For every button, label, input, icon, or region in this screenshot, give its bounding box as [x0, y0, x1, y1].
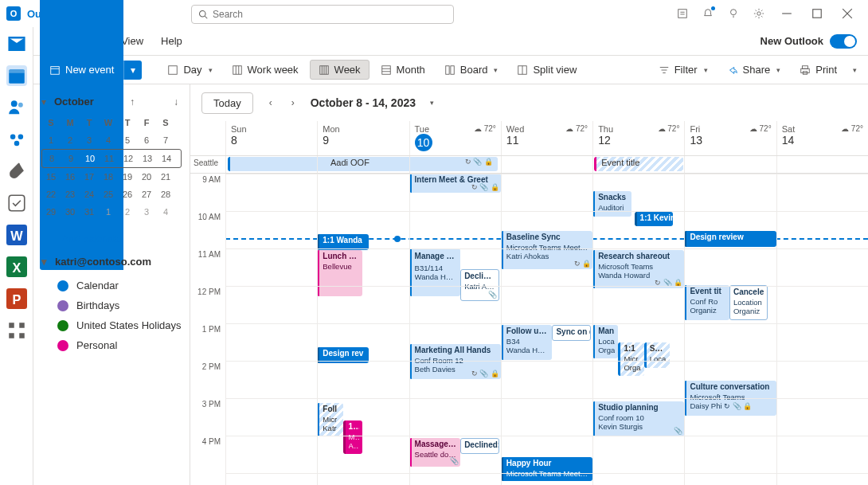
day-header[interactable]: Tue10☁ 72° — [409, 121, 501, 155]
rail-people-icon[interactable] — [6, 97, 27, 118]
minical-day[interactable]: 13 — [138, 150, 157, 167]
time-cell[interactable] — [592, 361, 684, 398]
allday-cell[interactable] — [684, 156, 776, 173]
share-button[interactable]: Share▾ — [719, 61, 789, 79]
minical-day[interactable]: 29 — [41, 203, 61, 221]
time-cell[interactable] — [776, 473, 868, 485]
search-input[interactable] — [213, 9, 447, 20]
time-cell[interactable] — [409, 473, 501, 485]
time-cell[interactable] — [501, 286, 592, 323]
calendar-item[interactable]: Birthdays — [41, 295, 182, 315]
time-cell[interactable] — [317, 361, 409, 398]
rail-excel-icon[interactable]: X — [6, 256, 27, 277]
minical-day[interactable]: 28 — [156, 186, 175, 203]
minical-day[interactable]: 4 — [99, 131, 118, 149]
time-cell[interactable] — [684, 248, 776, 286]
range-chevron-icon[interactable]: ▾ — [430, 99, 434, 107]
day-header[interactable]: Fri13☁ 72° — [684, 121, 776, 155]
time-cell[interactable] — [409, 398, 501, 436]
rail-calendar-icon[interactable] — [6, 65, 27, 86]
time-cell[interactable] — [684, 174, 776, 211]
time-cell[interactable] — [409, 286, 501, 323]
tips-icon[interactable] — [721, 2, 745, 25]
minical-next-icon[interactable]: ↓ — [170, 96, 182, 108]
time-cell[interactable] — [684, 286, 776, 323]
time-cell[interactable] — [592, 436, 684, 473]
minical-day[interactable]: 7 — [156, 131, 175, 149]
time-cell[interactable] — [776, 248, 868, 286]
minical-day[interactable]: 19 — [118, 168, 137, 186]
next-week-icon[interactable]: › — [288, 97, 298, 108]
toolbar-overflow-icon[interactable]: ▾ — [848, 63, 860, 77]
allday-cell[interactable] — [501, 156, 592, 173]
time-cell[interactable] — [225, 436, 317, 473]
time-cell[interactable] — [776, 398, 868, 436]
rail-word-icon[interactable]: W — [6, 225, 27, 245]
time-cell[interactable] — [776, 361, 868, 398]
rail-more-apps-icon[interactable] — [6, 320, 27, 341]
notes-icon[interactable] — [671, 2, 694, 25]
allday-cell[interactable] — [776, 156, 868, 173]
time-cell[interactable] — [409, 436, 501, 473]
time-cell[interactable] — [501, 211, 592, 248]
filter-button[interactable]: Filter▾ — [651, 61, 716, 79]
time-cell[interactable] — [501, 323, 592, 361]
time-cell[interactable] — [592, 174, 684, 211]
time-cell[interactable] — [317, 286, 409, 323]
minical-day[interactable]: 2 — [61, 131, 80, 149]
minical-day[interactable]: 3 — [80, 131, 99, 149]
time-cell[interactable] — [225, 323, 317, 361]
time-cell[interactable] — [317, 398, 409, 436]
time-cell[interactable] — [225, 286, 317, 323]
time-cell[interactable] — [409, 323, 501, 361]
time-cell[interactable] — [225, 398, 317, 436]
maximize-button[interactable] — [803, 2, 831, 25]
minical-day[interactable]: 27 — [137, 186, 156, 203]
minical-day[interactable]: 16 — [61, 168, 80, 186]
minical-day[interactable]: 30 — [61, 203, 80, 221]
time-cell[interactable] — [225, 361, 317, 398]
minical-day[interactable]: 2 — [118, 203, 137, 221]
view-month-button[interactable]: Month — [373, 61, 433, 79]
tab-help[interactable]: Help — [161, 35, 182, 47]
mini-calendar[interactable]: SMTWTFS123456789101112131415161718192021… — [41, 114, 182, 221]
allday-cell[interactable]: Event title — [592, 156, 684, 173]
time-cell[interactable] — [225, 473, 317, 485]
time-cell[interactable] — [592, 286, 684, 323]
time-cell[interactable] — [776, 323, 868, 361]
minical-prev-icon[interactable]: ↑ — [127, 96, 138, 108]
view-week-button[interactable]: Week — [310, 60, 369, 80]
minical-day[interactable]: 14 — [157, 150, 176, 167]
time-cell[interactable] — [317, 323, 409, 361]
new-event-chevron-icon[interactable]: ▾ — [123, 61, 142, 80]
calendar-item[interactable]: Calendar — [41, 276, 182, 295]
print-button[interactable]: Print — [792, 61, 845, 79]
minical-day[interactable]: 9 — [61, 150, 80, 167]
time-cell[interactable] — [684, 211, 776, 248]
time-cell[interactable] — [684, 398, 776, 436]
rail-files-icon[interactable] — [6, 161, 27, 182]
time-cell[interactable] — [501, 398, 592, 436]
time-cell[interactable] — [776, 211, 868, 248]
time-cell[interactable] — [592, 211, 684, 248]
minical-day[interactable]: 25 — [99, 186, 118, 203]
time-cell[interactable] — [409, 361, 501, 398]
notifications-icon[interactable] — [696, 2, 720, 25]
minical-day[interactable]: 26 — [118, 186, 137, 203]
minical-day[interactable]: 4 — [156, 203, 175, 221]
minical-day[interactable]: 22 — [41, 186, 61, 203]
minical-day[interactable]: 8 — [42, 150, 61, 167]
time-cell[interactable] — [317, 211, 409, 248]
day-header[interactable]: Mon9 — [317, 121, 409, 155]
account-header[interactable]: ▾ katri@contoso.com — [41, 256, 182, 268]
minical-day[interactable]: 24 — [80, 186, 99, 203]
chevron-down-icon[interactable]: ▾ — [41, 96, 46, 108]
close-button[interactable] — [833, 2, 862, 25]
time-cell[interactable] — [684, 361, 776, 398]
time-cell[interactable] — [225, 211, 317, 248]
search-box[interactable] — [191, 5, 454, 24]
today-button[interactable]: Today — [201, 92, 253, 114]
day-header[interactable]: Thu12☁ 72° — [592, 121, 684, 155]
calendar-item[interactable]: United States Holidays — [41, 315, 182, 335]
allday-cell[interactable] — [317, 156, 409, 173]
